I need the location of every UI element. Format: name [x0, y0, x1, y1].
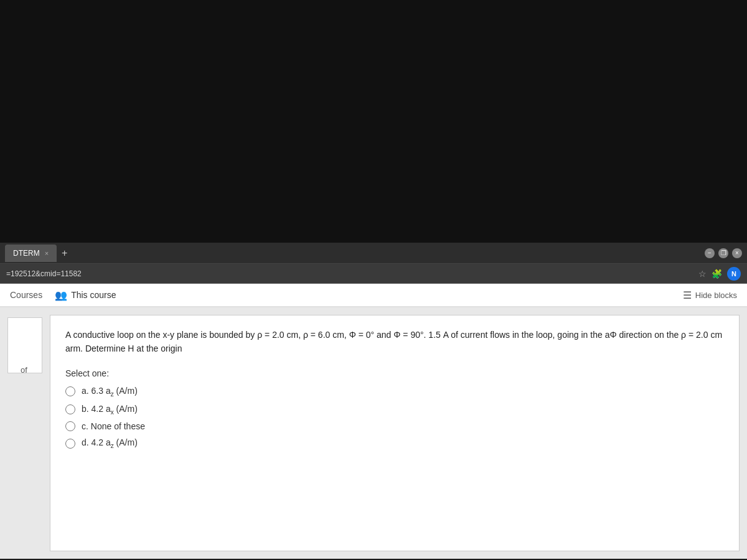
this-course-link[interactable]: 👥 This course [55, 289, 116, 301]
radio-d[interactable] [65, 439, 75, 449]
top-dark-area [0, 0, 747, 243]
option-c[interactable]: c. None of these [65, 421, 724, 431]
star-icon[interactable]: ☆ [698, 269, 707, 279]
option-b-label[interactable]: b. 4.2 ax (A/m) [82, 404, 138, 416]
user-avatar[interactable]: N [727, 267, 741, 281]
address-bar: =192512&cmid=11582 ☆ 🧩 N [0, 264, 747, 284]
question-area: of A conductive loop on the x-y plane is… [50, 315, 740, 551]
radio-b[interactable] [65, 404, 75, 414]
course-people-icon: 👥 [55, 289, 67, 301]
hide-blocks-label: Hide blocks [695, 291, 737, 300]
options-list: a. 6.3 az (A/m) b. 4.2 ax (A/m) c. None … [65, 386, 724, 449]
sidebar [0, 315, 50, 551]
restore-button[interactable]: ❐ [718, 248, 728, 258]
question-text: A conductive loop on the x-y plane is bo… [65, 328, 724, 356]
extension-icon[interactable]: 🧩 [712, 269, 722, 279]
tab-label: DTERM [13, 249, 40, 258]
option-a-label[interactable]: a. 6.3 az (A/m) [82, 386, 138, 398]
option-b[interactable]: b. 4.2 ax (A/m) [65, 404, 724, 416]
option-d[interactable]: d. 4.2 az (A/m) [65, 437, 724, 449]
browser-tab-bar: DTERM × + − ❐ × [0, 243, 747, 264]
this-course-label: This course [71, 290, 116, 300]
option-d-label[interactable]: d. 4.2 az (A/m) [82, 437, 138, 449]
nav-bar: Courses 👥 This course ☰ Hide blocks [0, 284, 747, 307]
window-controls: − ❐ × [705, 248, 747, 258]
address-text[interactable]: =192512&cmid=11582 [6, 269, 693, 278]
radio-c[interactable] [65, 421, 75, 431]
close-button[interactable]: × [732, 248, 742, 258]
hide-blocks-button[interactable]: ☰ Hide blocks [683, 289, 737, 301]
hide-blocks-icon: ☰ [683, 289, 692, 301]
main-content: of A conductive loop on the x-y plane is… [0, 307, 747, 559]
radio-a[interactable] [65, 386, 75, 396]
option-c-label[interactable]: c. None of these [82, 421, 145, 431]
option-a[interactable]: a. 6.3 az (A/m) [65, 386, 724, 398]
new-tab-button[interactable]: + [57, 245, 72, 262]
courses-link[interactable]: Courses [10, 290, 42, 300]
tab-close-button[interactable]: × [45, 250, 49, 257]
select-one-label: Select one: [65, 368, 724, 378]
minimize-button[interactable]: − [705, 248, 715, 258]
address-icons: ☆ 🧩 N [698, 267, 741, 281]
active-tab[interactable]: DTERM × [5, 245, 57, 262]
of-label: of [21, 365, 27, 375]
